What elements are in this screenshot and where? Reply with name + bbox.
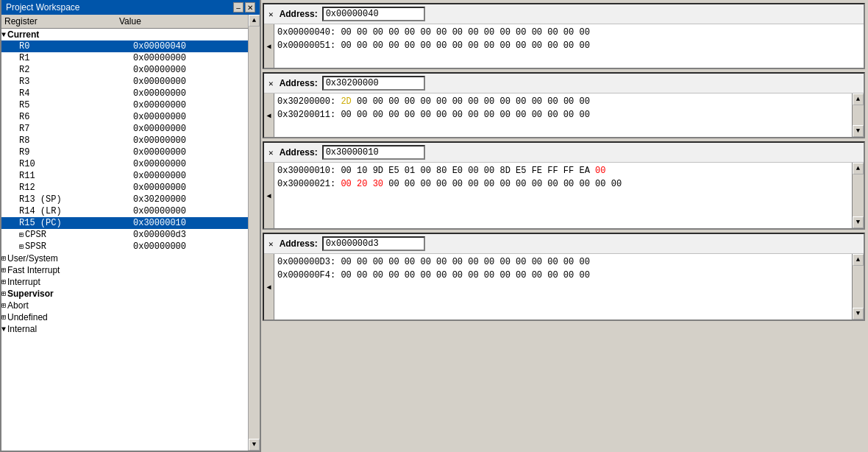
memory-view-4-content: 0x000000D3: 00 00 00 00 00 00 00 00 00 0… [274, 254, 852, 319]
reg-value-spsr: 0x00000000 [130, 241, 248, 252]
register-row-r3[interactable]: R3 0x00000000 [1, 76, 248, 88]
reg-value-r9: 0x00000000 [130, 147, 248, 158]
register-row-r10[interactable]: R10 0x00000000 [1, 158, 248, 170]
mem1-address-input[interactable] [322, 7, 425, 21]
mem2-nav-left[interactable]: ◀ [264, 93, 274, 137]
memory-view-4-header: ✕ Address: [264, 234, 864, 254]
reg-value-r13: 0x30200000 [130, 194, 248, 205]
reg-value-r11: 0x00000000 [130, 171, 248, 181]
register-row-r13[interactable]: R13 (SP) 0x30200000 [1, 194, 248, 205]
current-expand-icon: ▼ [1, 31, 6, 39]
memory-view-4-inner: ◀ 0x000000D3: 00 00 00 00 00 00 00 00 00… [264, 254, 864, 319]
group-fast-interrupt[interactable]: ⊞ Fast Interrupt [1, 264, 248, 276]
register-row-r12[interactable]: R12 0x00000000 [1, 182, 248, 194]
register-row-r8[interactable]: R8 0x00000000 [1, 135, 248, 146]
scroll-down-arrow[interactable]: ▼ [249, 439, 260, 451]
col-register-label: Register [1, 16, 119, 27]
mem4-nav-left[interactable]: ◀ [264, 254, 274, 319]
mem1-nav-left[interactable]: ◀ [264, 24, 274, 68]
scroll-up-arrow[interactable]: ▲ [249, 15, 260, 27]
group-undefined[interactable]: ⊞ Undefined [1, 311, 248, 323]
memory-view-1-inner: ◀ 0x00000040: 00 00 00 00 00 00 00 00 00… [264, 24, 864, 68]
register-row-r15[interactable]: R15 (PC) 0x30000010 [1, 217, 248, 229]
mem3-scroll-track[interactable] [853, 174, 864, 216]
register-row-r6[interactable]: R6 0x00000000 [1, 111, 248, 123]
mem4-address-label: Address: [280, 239, 318, 249]
memory-view-3-header: ✕ Address: [264, 143, 864, 163]
mem4-scroll-down[interactable]: ▼ [853, 308, 864, 319]
mem3-address-input[interactable] [322, 145, 425, 160]
register-row-cpsr[interactable]: ⊞CPSR 0x000000d3 [1, 229, 248, 241]
group-abort[interactable]: ⊞ Abort [1, 300, 248, 311]
close-button[interactable]: ✕ [245, 2, 255, 13]
panel-titlebar: Project Workspace – ✕ [1, 0, 260, 15]
memory-view-2: ✕ Address: ◀ 0x30200000: 2D 00 00 00 00 … [263, 72, 865, 138]
panel-title: Project Workspace [6, 2, 79, 13]
memory-view-1: ✕ Address: ◀ 0x00000040: 00 00 00 00 00 … [263, 3, 865, 69]
mem3-scroll-down[interactable]: ▼ [853, 216, 864, 228]
group-interrupt[interactable]: ⊞ Interrupt [1, 276, 248, 288]
register-row-r4[interactable]: R4 0x00000000 [1, 88, 248, 99]
reg-value-r14: 0x00000000 [130, 206, 248, 216]
reg-value-r3: 0x00000000 [130, 77, 248, 87]
reg-name-r3: R3 [16, 77, 130, 87]
group-internal[interactable]: ▼ Internal [1, 323, 248, 335]
project-workspace-panel: Project Workspace – ✕ Register Value ▼ [0, 0, 261, 452]
reg-name-r15: R15 (PC) [16, 218, 130, 228]
mem4-line-1: 0x000000D3: 00 00 00 00 00 00 00 00 00 0… [277, 255, 849, 269]
current-group[interactable]: ▼ Current [1, 29, 248, 40]
memory-view-2-inner: ◀ 0x30200000: 2D 00 00 00 00 00 00 00 00… [264, 93, 864, 137]
memory-view-1-content: 0x00000040: 00 00 00 00 00 00 00 00 00 0… [274, 24, 864, 68]
register-row-r2[interactable]: R2 0x00000000 [1, 64, 248, 76]
reg-name-r9: R9 [16, 147, 130, 158]
reg-name-r5: R5 [16, 100, 130, 110]
memory-view-4-close[interactable]: ✕ [268, 239, 274, 249]
mem2-address-input[interactable] [322, 76, 425, 91]
reg-value-r6: 0x00000000 [130, 112, 248, 122]
mem2-scroll-down[interactable]: ▼ [853, 125, 864, 137]
register-row-r9[interactable]: R9 0x00000000 [1, 146, 248, 158]
mem2-scrollbar[interactable]: ▲ ▼ [852, 93, 864, 137]
memory-view-2-close[interactable]: ✕ [268, 79, 274, 88]
memory-views-panel: ✕ Address: ◀ 0x00000040: 00 00 00 00 00 … [261, 0, 868, 452]
mem3-line-1: 0x30000010: 00 10 9D E5 01 00 80 E0 00 0… [277, 164, 849, 177]
mem3-nav-left[interactable]: ◀ [264, 163, 274, 228]
current-group-label: Current [7, 29, 39, 40]
mem2-scroll-up[interactable]: ▲ [853, 93, 864, 105]
reg-value-r12: 0x00000000 [130, 183, 248, 193]
memory-view-1-header: ✕ Address: [264, 4, 864, 24]
mem4-address-input[interactable] [322, 236, 425, 251]
titlebar-buttons: – ✕ [233, 2, 255, 13]
register-row-r11[interactable]: R11 0x00000000 [1, 170, 248, 182]
minimize-button[interactable]: – [233, 2, 243, 13]
reg-value-r5: 0x00000000 [130, 100, 248, 110]
group-user-system[interactable]: ⊞ User/System [1, 253, 248, 264]
mem1-line-1: 0x00000040: 00 00 00 00 00 00 00 00 00 0… [277, 26, 861, 39]
mem2-scroll-track[interactable] [853, 105, 864, 125]
reg-name-r10: R10 [16, 159, 130, 169]
reg-name-r11: R11 [16, 171, 130, 181]
reg-value-r8: 0x00000000 [130, 135, 248, 146]
left-panel-scrollbar[interactable]: ▲ ▼ [248, 15, 260, 451]
reg-value-r15: 0x30000010 [130, 218, 248, 228]
memory-view-3: ✕ Address: ◀ 0x30000010: 00 10 9D E5 01 … [263, 141, 865, 230]
memory-view-2-content: 0x30200000: 2D 00 00 00 00 00 00 00 00 0… [274, 93, 852, 137]
memory-view-3-close[interactable]: ✕ [268, 148, 274, 158]
mem2-line-2: 0x30200011: 00 00 00 00 00 00 00 00 00 0… [277, 108, 849, 121]
mem3-scrollbar[interactable]: ▲ ▼ [852, 163, 864, 228]
mem4-scrollbar[interactable]: ▲ ▼ [852, 254, 864, 319]
register-row-r0[interactable]: R0 0x00000040 [1, 40, 248, 52]
register-row-r5[interactable]: R5 0x00000000 [1, 99, 248, 111]
mem4-scroll-up[interactable]: ▲ [853, 254, 864, 266]
register-row-spsr[interactable]: ⊞SPSR 0x00000000 [1, 241, 248, 253]
reg-value-cpsr: 0x000000d3 [130, 230, 248, 240]
mem4-scroll-track[interactable] [853, 266, 864, 308]
register-row-r1[interactable]: R1 0x00000000 [1, 52, 248, 64]
reg-value-r7: 0x00000000 [130, 124, 248, 134]
mem3-scroll-up[interactable]: ▲ [853, 163, 864, 174]
mem3-line-2: 0x30000021: 00 20 30 00 00 00 00 00 00 0… [277, 177, 849, 191]
register-row-r7[interactable]: R7 0x00000000 [1, 123, 248, 135]
memory-view-1-close[interactable]: ✕ [268, 10, 274, 19]
register-row-r14[interactable]: R14 (LR) 0x00000000 [1, 205, 248, 217]
group-supervisor[interactable]: ⊞ Supervisor [1, 288, 248, 300]
